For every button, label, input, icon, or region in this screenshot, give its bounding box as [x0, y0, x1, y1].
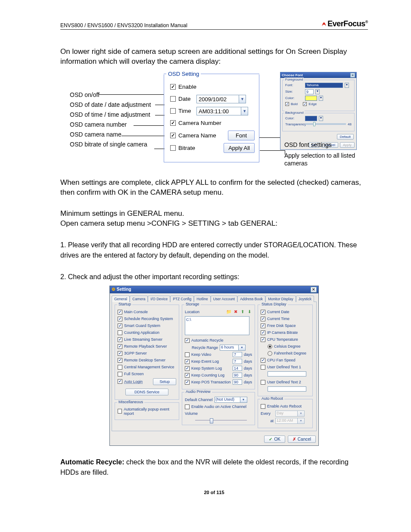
chevron-down-icon[interactable]: ▼ — [239, 95, 246, 103]
setup-button[interactable]: Setup — [153, 378, 176, 385]
status-checkbox[interactable] — [261, 317, 265, 321]
misc-group: Miscellaneous Automatically popup event … — [115, 402, 179, 420]
tab-user-account[interactable]: User Account — [211, 296, 238, 302]
at-select[interactable]: 12:00 AM▼ — [275, 418, 305, 424]
close-icon[interactable]: × — [350, 73, 355, 78]
defchan-select[interactable]: (Not Used)▼ — [215, 397, 247, 403]
apply-all-button[interactable]: Apply All — [224, 143, 255, 153]
autopopup-checkbox[interactable] — [118, 409, 122, 414]
chevron-down-icon[interactable]: ▼ — [240, 397, 247, 402]
close-icon[interactable]: ✕ — [311, 287, 317, 292]
time-dropdown[interactable]: AM03:11:00▼ — [196, 107, 248, 115]
volume-slider[interactable] — [195, 420, 247, 420]
status-radio[interactable] — [268, 351, 272, 356]
days-unit: days — [244, 359, 252, 364]
startup-checkbox[interactable] — [118, 317, 122, 321]
keep-checkbox[interactable] — [185, 373, 190, 378]
label-osd-time: OSD of time / time adjustment — [70, 112, 151, 118]
tab-i-o-device[interactable]: I/O Device — [148, 296, 170, 302]
cancel-button[interactable]: ✗Cancel — [288, 436, 316, 443]
time-checkbox[interactable] — [170, 108, 176, 114]
size-input[interactable]: 9 — [305, 89, 314, 94]
edge-checkbox[interactable] — [303, 102, 307, 106]
delete-icon[interactable]: ✖ — [233, 309, 238, 314]
camname-checkbox[interactable] — [170, 133, 176, 138]
chevron-down-icon[interactable]: ▼ — [345, 83, 349, 88]
up-icon[interactable]: ⬆ — [240, 309, 245, 314]
keep-checkbox[interactable] — [185, 380, 190, 385]
setting-dialog: ⚙ Setting ✕ GeneralCameraI/O DevicePTZ C… — [109, 286, 319, 446]
transparency-slider[interactable] — [305, 123, 346, 125]
ud1-checkbox[interactable] — [261, 365, 265, 370]
font-button[interactable]: Font — [228, 131, 255, 140]
camnum-checkbox[interactable] — [170, 120, 176, 126]
ud2-input[interactable] — [268, 386, 306, 392]
status-legend: Status Display — [260, 302, 288, 306]
chevron-down-icon[interactable]: ▼ — [297, 411, 304, 416]
ok-button[interactable]: ✓OK — [264, 436, 285, 443]
date-checkbox[interactable] — [170, 96, 176, 102]
tab-camera[interactable]: Camera — [130, 296, 148, 302]
location-list[interactable]: C:\ — [185, 316, 249, 335]
startup-checkbox[interactable] — [118, 372, 122, 376]
camname-label: Camera Name — [178, 132, 225, 139]
keep-checkbox[interactable] — [185, 366, 190, 371]
status-checkbox[interactable] — [261, 324, 265, 328]
startup-checkbox[interactable] — [118, 365, 122, 370]
status-checkbox[interactable] — [261, 310, 265, 314]
startup-checkbox[interactable] — [118, 344, 122, 349]
keep-days-input[interactable]: 90 — [233, 373, 242, 378]
status-checkbox[interactable] — [261, 358, 265, 363]
font-select[interactable]: Tahoma — [305, 83, 343, 88]
startup-checkbox[interactable] — [118, 351, 122, 356]
chevron-down-icon[interactable]: ▼ — [319, 96, 323, 101]
status-item-label: Fahrenheit Degree — [274, 351, 306, 355]
keep-days-input[interactable]: 14 — [233, 366, 242, 371]
every-select[interactable]: Day▼ — [275, 411, 305, 417]
startup-checkbox[interactable] — [118, 358, 122, 363]
keep-checkbox[interactable] — [185, 359, 190, 364]
ud1-input[interactable] — [268, 371, 306, 376]
recycle-range-select[interactable]: 6 hours▼ — [220, 345, 246, 351]
folder-icon[interactable]: 📁 — [226, 309, 231, 314]
chevron-down-icon[interactable]: ▼ — [319, 116, 323, 121]
status-checkbox[interactable] — [261, 337, 265, 342]
reboot-enable-checkbox[interactable] — [261, 404, 265, 409]
chevron-down-icon[interactable]: ▼ — [238, 345, 245, 350]
startup-checkbox[interactable] — [118, 324, 122, 328]
date-dropdown[interactable]: 2009/10/02▼ — [196, 95, 246, 103]
autologin-checkbox[interactable] — [118, 379, 122, 384]
bitrate-checkbox[interactable] — [170, 145, 176, 151]
bold-checkbox[interactable] — [285, 102, 289, 106]
down-icon[interactable]: ⬇ — [247, 309, 252, 314]
enable-audio-checkbox[interactable] — [185, 404, 190, 409]
tab-general[interactable]: General — [112, 296, 130, 302]
status-radio[interactable] — [268, 344, 272, 349]
chevron-down-icon[interactable]: ▼ — [241, 107, 248, 115]
startup-checkbox[interactable] — [118, 330, 122, 335]
setting-title: Setting — [117, 287, 131, 292]
apply-button[interactable]: Apply — [340, 142, 355, 148]
keep-checkbox[interactable] — [185, 352, 190, 357]
tab-joystick[interactable]: Joystick — [296, 296, 314, 302]
tab-ptz-config[interactable]: PTZ Config — [170, 296, 194, 302]
fg-color-swatch[interactable] — [305, 96, 317, 101]
default-button[interactable]: Default — [337, 134, 354, 140]
bg-color-swatch[interactable] — [305, 116, 317, 121]
ud2-checkbox[interactable] — [261, 380, 265, 385]
tab-monitor-display[interactable]: Monitor Display — [265, 296, 296, 302]
startup-checkbox[interactable] — [118, 337, 122, 342]
auto-recycle-checkbox[interactable] — [185, 338, 190, 343]
chevron-down-icon[interactable]: ▼ — [315, 89, 320, 94]
ddns-button[interactable]: DDNS Service — [125, 389, 168, 395]
keep-days-input[interactable]: 7 — [233, 359, 242, 364]
status-checkbox[interactable] — [261, 330, 265, 335]
keep-days-input[interactable]: 90 — [233, 380, 242, 385]
tab-hotline[interactable]: Hotline — [194, 296, 210, 302]
chevron-down-icon[interactable]: ▼ — [297, 418, 304, 423]
startup-checkbox[interactable] — [118, 310, 122, 314]
osd-setting-legend: OSD Setting — [166, 71, 201, 77]
enable-checkbox[interactable] — [170, 84, 176, 90]
tab-address-book[interactable]: Address Book — [237, 296, 265, 302]
keep-days-input[interactable]: 7 — [233, 352, 242, 357]
